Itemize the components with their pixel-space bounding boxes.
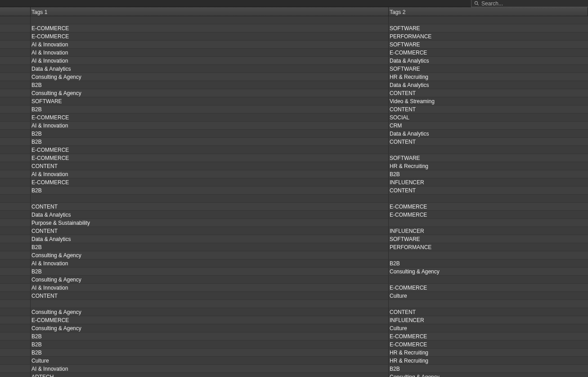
table-row[interactable]: AI & InnovationB2B	[0, 259, 588, 268]
cell-tags2[interactable]: Data & Analytics	[389, 130, 588, 137]
cell-tags2[interactable]: HR & Recruiting	[389, 162, 588, 170]
table-row[interactable]	[0, 16, 588, 24]
cell-tags1[interactable]: Data & Analytics	[31, 211, 389, 218]
cell-tags2[interactable]: E-COMMERCE	[389, 284, 588, 291]
table-row[interactable]: B2BE-COMMERCE	[0, 332, 588, 341]
cell-tags1[interactable]: SOFTWARE	[31, 97, 389, 105]
cell-tags1[interactable]: Culture	[31, 357, 389, 364]
table-row[interactable]: CONTENTE-COMMERCE	[0, 203, 588, 211]
cell-tags2[interactable]: B2B	[389, 259, 588, 267]
cell-tags2[interactable]: INFLUENCER	[389, 316, 588, 324]
cell-tags1[interactable]: AI & Innovation	[31, 122, 389, 129]
cell-tags1[interactable]: E-COMMERCE	[31, 114, 389, 121]
cell-tags1[interactable]: B2B	[31, 138, 389, 145]
table-row[interactable]: Data & AnalyticsSOFTWARE	[0, 235, 588, 243]
cell-tags1[interactable]: E-COMMERCE	[31, 178, 389, 186]
table-row[interactable]: E-COMMERCESOCIAL	[0, 114, 588, 122]
table-row[interactable]: E-COMMERCEPERFORMANCE	[0, 32, 588, 41]
table-row[interactable]: Data & AnalyticsSOFTWARE	[0, 65, 588, 73]
cell-tags1[interactable]: Purpose & Sustainability	[31, 219, 389, 227]
cell-tags2[interactable]: CONTENT	[389, 105, 588, 113]
cell-tags2[interactable]: Data & Analytics	[389, 57, 588, 64]
cell-tags2[interactable]: SOFTWARE	[389, 235, 588, 243]
cell-tags2[interactable]	[389, 195, 588, 202]
table-row[interactable]: B2BData & Analytics	[0, 81, 588, 89]
cell-tags1[interactable]: CONTENT	[31, 292, 389, 300]
cell-tags2[interactable]	[389, 16, 588, 24]
table-row[interactable]: Purpose & Sustainability	[0, 219, 588, 227]
cell-tags2[interactable]: CONTENT	[389, 308, 588, 316]
cell-tags2[interactable]: CONTENT	[389, 186, 588, 194]
table-row[interactable]: E-COMMERCEINFLUENCER	[0, 178, 588, 186]
cell-tags2[interactable]: HR & Recruiting	[389, 349, 588, 356]
cell-tags2[interactable]	[389, 251, 588, 259]
cell-tags2[interactable]: Culture	[389, 292, 588, 300]
column-header-tags2[interactable]: Tags 2	[389, 7, 588, 16]
table-row[interactable]: CONTENTCulture	[0, 292, 588, 300]
cell-tags1[interactable]: AI & Innovation	[31, 170, 389, 178]
cell-tags2[interactable]: INFLUENCER	[389, 227, 588, 235]
table-row[interactable]: AI & InnovationE-COMMERCE	[0, 284, 588, 292]
table-row[interactable]: Consulting & AgencyHR & Recruiting	[0, 73, 588, 81]
table-row[interactable]: B2BData & Analytics	[0, 130, 588, 138]
cell-tags1[interactable]: B2B	[31, 81, 389, 89]
cell-tags2[interactable]: CONTENT	[389, 138, 588, 145]
cell-tags1[interactable]: AI & Innovation	[31, 41, 389, 48]
cell-tags2[interactable]: B2B	[389, 365, 588, 372]
cell-tags2[interactable]: Consulting & Agency	[389, 373, 588, 377]
cell-tags1[interactable]	[31, 16, 389, 24]
cell-tags1[interactable]: E-COMMERCE	[31, 32, 389, 40]
cell-tags2[interactable]: Data & Analytics	[389, 81, 588, 89]
cell-tags2[interactable]: SOFTWARE	[389, 65, 588, 73]
table-row[interactable]: Consulting & Agency	[0, 251, 588, 259]
cell-tags1[interactable]: B2B	[31, 186, 389, 194]
cell-tags1[interactable]: E-COMMERCE	[31, 316, 389, 324]
table-row[interactable]: E-COMMERCESOFTWARE	[0, 24, 588, 32]
cell-tags2[interactable]: Consulting & Agency	[389, 268, 588, 275]
table-row[interactable]: B2BPERFORMANCE	[0, 243, 588, 251]
cell-tags1[interactable]: AI & Innovation	[31, 49, 389, 56]
table-row[interactable]: B2BCONTENT	[0, 105, 588, 114]
cell-tags1[interactable]: B2B	[31, 341, 389, 348]
table-row[interactable]: AI & InnovationB2B	[0, 170, 588, 178]
table-row[interactable]: Consulting & AgencyCONTENT	[0, 308, 588, 316]
cell-tags1[interactable]: B2B	[31, 243, 389, 251]
cell-tags1[interactable]: Consulting & Agency	[31, 251, 389, 259]
table-row[interactable]: Consulting & AgencyCulture	[0, 324, 588, 332]
cell-tags2[interactable]: E-COMMERCE	[389, 332, 588, 340]
cell-tags2[interactable]: E-COMMERCE	[389, 49, 588, 56]
cell-tags1[interactable]	[31, 300, 389, 308]
cell-tags1[interactable]: E-COMMERCE	[31, 24, 389, 32]
table-row[interactable]: AI & InnovationB2B	[0, 365, 588, 373]
cell-tags2[interactable]: SOFTWARE	[389, 41, 588, 48]
cell-tags1[interactable]: B2B	[31, 332, 389, 340]
cell-tags1[interactable]: AI & Innovation	[31, 259, 389, 267]
cell-tags2[interactable]: E-COMMERCE	[389, 211, 588, 218]
table-row[interactable]: AI & InnovationE-COMMERCE	[0, 49, 588, 57]
table-row[interactable]: CONTENTINFLUENCER	[0, 227, 588, 235]
cell-tags1[interactable]: B2B	[31, 349, 389, 356]
cell-tags1[interactable]: E-COMMERCE	[31, 154, 389, 162]
table-row[interactable]	[0, 300, 588, 308]
table-row[interactable]: CultureHR & Recruiting	[0, 357, 588, 365]
cell-tags1[interactable]: Consulting & Agency	[31, 324, 389, 332]
cell-tags1[interactable]: CONTENT	[31, 227, 389, 235]
cell-tags2[interactable]	[389, 146, 588, 154]
cell-tags2[interactable]: SOCIAL	[389, 114, 588, 121]
cell-tags1[interactable]: B2B	[31, 268, 389, 275]
table-row[interactable]: B2BHR & Recruiting	[0, 349, 588, 357]
cell-tags2[interactable]: SOFTWARE	[389, 24, 588, 32]
table-row[interactable]: Consulting & AgencyCONTENT	[0, 89, 588, 97]
cell-tags2[interactable]: Culture	[389, 324, 588, 332]
table-row[interactable]: E-COMMERCESOFTWARE	[0, 154, 588, 162]
cell-tags1[interactable]: Consulting & Agency	[31, 308, 389, 316]
table-row[interactable]: SOFTWAREVideo & Streaming	[0, 97, 588, 105]
column-header-tags1[interactable]: Tags 1	[31, 7, 389, 16]
cell-tags1[interactable]: Consulting & Agency	[31, 276, 389, 283]
cell-tags2[interactable]: E-COMMERCE	[389, 341, 588, 348]
cell-tags2[interactable]: INFLUENCER	[389, 178, 588, 186]
cell-tags1[interactable]: B2B	[31, 105, 389, 113]
table-row[interactable]: B2BConsulting & Agency	[0, 268, 588, 276]
cell-tags2[interactable]: HR & Recruiting	[389, 357, 588, 364]
cell-tags1[interactable]: Consulting & Agency	[31, 89, 389, 97]
